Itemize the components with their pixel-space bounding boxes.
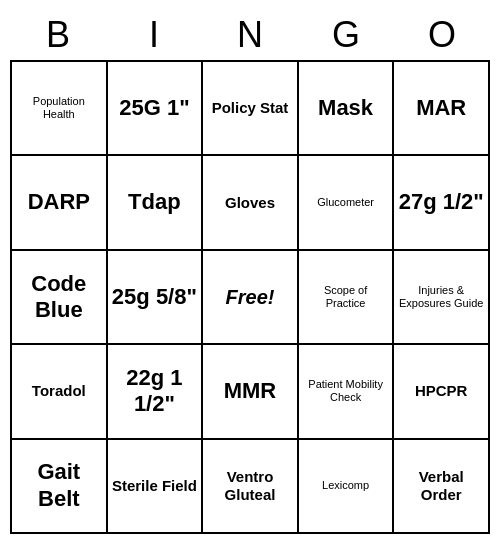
bingo-cell-0[interactable]: Population Health [12,62,108,156]
bingo-cell-23[interactable]: Lexicomp [299,440,395,534]
bingo-cell-19[interactable]: HPCPR [394,345,490,439]
header-i: I [106,10,202,60]
bingo-cell-2[interactable]: Policy Stat [203,62,299,156]
bingo-cell-12[interactable]: Free! [203,251,299,345]
bingo-cell-1[interactable]: 25G 1" [108,62,204,156]
bingo-cell-3[interactable]: Mask [299,62,395,156]
bingo-cell-20[interactable]: Gait Belt [12,440,108,534]
bingo-cell-21[interactable]: Sterile Field [108,440,204,534]
bingo-cell-24[interactable]: Verbal Order [394,440,490,534]
bingo-cell-7[interactable]: Gloves [203,156,299,250]
bingo-cell-5[interactable]: DARP [12,156,108,250]
bingo-cell-4[interactable]: MAR [394,62,490,156]
bingo-cell-14[interactable]: Injuries & Exposures Guide [394,251,490,345]
bingo-cell-16[interactable]: 22g 1 1/2" [108,345,204,439]
bingo-cell-9[interactable]: 27g 1/2" [394,156,490,250]
header-n: N [202,10,298,60]
bingo-cell-22[interactable]: Ventro Gluteal [203,440,299,534]
header-b: B [10,10,106,60]
bingo-cell-10[interactable]: Code Blue [12,251,108,345]
bingo-cell-13[interactable]: Scope of Practice [299,251,395,345]
bingo-header: B I N G O [10,10,490,60]
bingo-cell-11[interactable]: 25g 5/8" [108,251,204,345]
header-o: O [394,10,490,60]
bingo-grid: Population Health25G 1"Policy StatMaskMA… [10,60,490,534]
bingo-cell-17[interactable]: MMR [203,345,299,439]
header-g: G [298,10,394,60]
bingo-cell-15[interactable]: Toradol [12,345,108,439]
bingo-cell-18[interactable]: Patient Mobility Check [299,345,395,439]
bingo-card: B I N G O Population Health25G 1"Policy … [10,10,490,534]
bingo-cell-8[interactable]: Glucometer [299,156,395,250]
bingo-cell-6[interactable]: Tdap [108,156,204,250]
